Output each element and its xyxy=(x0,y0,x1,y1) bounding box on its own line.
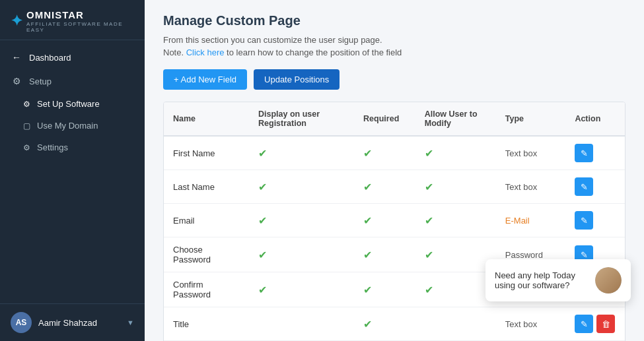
sidebar: ✦ OMNISTAR AFFILIATE SOFTWARE MADE EASY … xyxy=(0,0,145,341)
check-icon: ✔ xyxy=(363,148,372,159)
cell-modify xyxy=(415,307,496,341)
sidebar-sub-label-settings: Settings xyxy=(37,142,68,152)
check-icon: ✔ xyxy=(425,284,433,295)
cell-display xyxy=(249,307,354,341)
check-icon: ✔ xyxy=(363,249,372,261)
table-row: Title ✔ Text box ✎ 🗑 xyxy=(164,307,625,341)
col-header-required: Required xyxy=(354,102,415,136)
cell-action: ✎ xyxy=(565,170,625,204)
avatar: AS xyxy=(11,312,32,333)
page-description: From this section you can customize the … xyxy=(163,35,626,45)
cell-type: E-Mail xyxy=(496,204,566,237)
cell-display: ✔ xyxy=(249,170,354,204)
check-icon: ✔ xyxy=(258,249,267,261)
cell-required: ✔ xyxy=(354,237,415,272)
col-header-action: Action xyxy=(565,102,625,136)
check-icon: ✔ xyxy=(363,215,372,226)
sidebar-sub-label-use-my-domain: Use My Domain xyxy=(37,121,98,131)
use-my-domain-icon: ▢ xyxy=(21,121,32,131)
chevron-down-icon: ▼ xyxy=(127,319,134,326)
col-header-name: Name xyxy=(164,102,249,136)
cell-modify: ✔ xyxy=(415,170,496,204)
check-icon: ✔ xyxy=(425,249,433,261)
set-up-software-icon: ⚙ xyxy=(21,100,32,109)
sidebar-sub-label-set-up-software: Set Up Software xyxy=(37,99,100,109)
sidebar-item-label-setup: Setup xyxy=(29,77,52,86)
cell-required: ✔ xyxy=(354,136,415,170)
table-header-row: Name Display on user Registration Requir… xyxy=(164,102,625,136)
cell-name: Title xyxy=(164,307,249,341)
col-header-display: Display on user Registration xyxy=(249,102,354,136)
custom-fields-table: Name Display on user Registration Requir… xyxy=(163,102,626,341)
cell-type: Text box xyxy=(496,136,566,170)
sidebar-item-label-dashboard: Dashboard xyxy=(29,53,71,63)
chat-avatar xyxy=(595,267,622,294)
col-header-type: Type xyxy=(496,102,566,136)
sidebar-item-set-up-software[interactable]: ⚙ Set Up Software xyxy=(0,93,145,115)
table-row: Last Name ✔ ✔ ✔ Text box ✎ xyxy=(164,170,625,204)
table-row: Email ✔ ✔ ✔ E-Mail ✎ xyxy=(164,204,625,237)
cell-modify: ✔ xyxy=(415,204,496,237)
logo-title: OMNISTAR xyxy=(26,9,134,20)
cell-modify: ✔ xyxy=(415,272,496,307)
edit-button[interactable]: ✎ xyxy=(575,177,593,196)
note-prefix: Note. xyxy=(163,47,186,57)
cell-name: Last Name xyxy=(164,170,249,204)
cell-type: Text box xyxy=(496,307,566,341)
add-new-field-button[interactable]: + Add New Field xyxy=(163,69,247,90)
note-suffix: to learn how to change the position of t… xyxy=(224,47,402,57)
sidebar-item-dashboard[interactable]: ← Dashboard xyxy=(0,46,145,69)
check-icon: ✔ xyxy=(363,319,372,330)
check-icon: ✔ xyxy=(258,148,267,159)
settings-icon: ⚙ xyxy=(21,143,32,152)
cell-name: Choose Password xyxy=(164,237,249,272)
page-title: Manage Custom Page xyxy=(163,13,626,28)
col-header-modify: Allow User to Modify xyxy=(415,102,496,136)
user-profile[interactable]: AS Aamir Shahzad ▼ xyxy=(0,303,145,341)
cell-type: Text box xyxy=(496,170,566,204)
cell-name: First Name xyxy=(164,136,249,170)
update-positions-button[interactable]: Update Positions xyxy=(254,69,340,90)
cell-name: Email xyxy=(164,204,249,237)
dashboard-icon: ← xyxy=(11,52,22,63)
logo-icon: ✦ xyxy=(11,13,22,30)
cell-required: ✔ xyxy=(354,170,415,204)
check-icon: ✔ xyxy=(425,181,433,193)
click-here-link[interactable]: Click here xyxy=(186,47,225,57)
cell-action: ✎ xyxy=(565,204,625,237)
cell-display: ✔ xyxy=(249,237,354,272)
cell-required: ✔ xyxy=(354,204,415,237)
cell-action: ✎ 🗑 xyxy=(565,307,625,341)
table-row: First Name ✔ ✔ ✔ Text box ✎ xyxy=(164,136,625,170)
cell-required: ✔ xyxy=(354,272,415,307)
sidebar-item-settings[interactable]: ⚙ Settings xyxy=(0,137,145,158)
cell-display: ✔ xyxy=(249,136,354,170)
cell-action: ✎ xyxy=(565,136,625,170)
logo-subtitle: AFFILIATE SOFTWARE MADE EASY xyxy=(26,21,134,33)
check-icon: ✔ xyxy=(363,181,372,193)
chat-avatar-image xyxy=(595,267,622,294)
check-icon: ✔ xyxy=(363,284,372,295)
edit-button[interactable]: ✎ xyxy=(575,144,593,162)
check-icon: ✔ xyxy=(258,284,267,295)
logo: ✦ OMNISTAR AFFILIATE SOFTWARE MADE EASY xyxy=(0,0,145,40)
cell-required: ✔ xyxy=(354,307,415,341)
setup-icon: ⚙ xyxy=(11,76,22,86)
sidebar-item-use-my-domain[interactable]: ▢ Use My Domain xyxy=(0,115,145,137)
edit-button[interactable]: ✎ xyxy=(575,211,593,230)
cell-modify: ✔ xyxy=(415,136,496,170)
check-icon: ✔ xyxy=(258,215,267,226)
check-icon: ✔ xyxy=(258,181,267,193)
edit-button[interactable]: ✎ xyxy=(575,315,593,333)
chat-message: Need any help Today using our software? xyxy=(495,270,589,290)
chat-bubble: Need any help Today using our software? xyxy=(485,259,631,301)
toolbar: + Add New Field Update Positions xyxy=(163,69,626,90)
cell-modify: ✔ xyxy=(415,237,496,272)
user-name: Aamir Shahzad xyxy=(38,318,97,328)
check-icon: ✔ xyxy=(425,148,433,159)
cell-display: ✔ xyxy=(249,204,354,237)
check-icon: ✔ xyxy=(425,215,433,226)
sidebar-item-setup[interactable]: ⚙ Setup xyxy=(0,69,145,93)
sidebar-nav: ← Dashboard ⚙ Setup ⚙ Set Up Software ▢ … xyxy=(0,40,145,303)
delete-button[interactable]: 🗑 xyxy=(596,315,615,333)
